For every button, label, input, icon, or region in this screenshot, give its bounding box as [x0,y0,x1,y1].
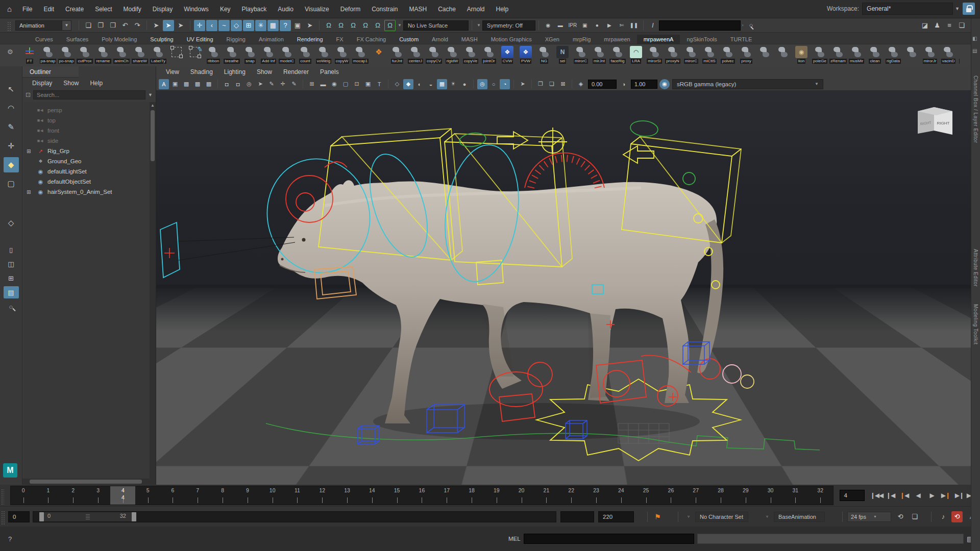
gate-icon[interactable]: ⊡ [352,79,362,89]
layout-button[interactable]: ▤ [4,286,19,298]
status-icon[interactable]: ❏ [83,20,94,31]
shelf-button[interactable] [755,44,774,66]
menu-item[interactable]: Edit [38,0,60,18]
shelf-button[interactable]: mirorC [572,44,590,66]
shelf-button[interactable]: Add Inf [259,44,278,66]
timeline-tick[interactable]: 12 [310,486,335,505]
shelf-button[interactable]: cutProx [76,44,94,66]
expand-icon[interactable] [27,138,32,144]
shelf-button[interactable]: rename [94,44,112,66]
gate-icon[interactable]: ▢ [340,79,351,89]
exposure-icon[interactable]: ◈ [576,79,586,89]
scroll-up-icon[interactable]: ▲ [151,103,155,108]
timeline-tick[interactable]: 30 [758,486,783,505]
viewport-icon[interactable]: ▩ [204,79,214,89]
menu-item[interactable]: Arnold [461,0,491,18]
chevron-right-icon[interactable]: › [742,23,744,28]
shelf-button[interactable]: mirJnt [590,44,608,66]
timeline-ruler[interactable]: 0 1 2 3 4 [10,486,833,505]
expand-icon[interactable] [27,159,32,164]
tool-button[interactable]: ✛ [4,138,19,154]
layout-button[interactable]: ▯ [4,243,19,256]
shelf-tab[interactable]: Animation [252,35,290,44]
search-input[interactable]: Search... [33,90,145,99]
playback-button[interactable]: ▶ [925,489,939,502]
sidebar-label[interactable]: Channel Box / Layer Editor [973,76,978,143]
timeline-tick[interactable]: 2 [61,486,86,505]
selection-mode-icon[interactable]: ➤ [163,20,174,31]
tool-button[interactable]: ✎ [4,119,19,135]
shelf-button[interactable]: po-snap [57,44,76,66]
render-icon[interactable]: ❚❚ [628,20,640,31]
quick-entry-field[interactable] [659,20,741,31]
playback-range[interactable]: 0 32 [39,512,136,521]
viewport-menu-item[interactable]: View [160,68,185,76]
status-icon[interactable]: ↷ [132,20,143,31]
camera-tool-icon[interactable]: ✛ [278,79,288,89]
timeline-tick[interactable]: 32 [808,486,833,505]
snap-icon[interactable]: ? [280,20,291,31]
timeline-tick[interactable]: 18 [459,486,484,505]
camera-tool-icon[interactable]: ➤ [255,79,265,89]
menu-item[interactable]: Cache [432,0,461,18]
snap-icon[interactable]: ✳ [255,20,266,31]
outliner-tab[interactable]: Outliner [22,66,79,78]
expand-icon[interactable] [27,108,32,113]
sidebar-toggle-icon[interactable]: ≡ [944,20,955,31]
shelf-button[interactable]: centerJ [406,44,425,66]
gamma-field[interactable]: 1.00 [631,80,657,89]
menu-item[interactable]: Audio [272,0,299,18]
expand-icon[interactable]: ⊞ [27,189,32,195]
filter-icon[interactable]: ⊡ [26,91,31,98]
shelf-button[interactable] [774,44,792,66]
gate-icon[interactable]: ▬ [318,79,328,89]
shelf-button[interactable]: mirorJr [921,44,939,66]
workspace-select[interactable]: General* [862,3,953,15]
snap-icon[interactable]: ‹ [206,20,217,31]
shelf-tab[interactable]: mrpaweenA [637,35,680,44]
shelf-button[interactable] [902,44,921,66]
range-end-handle[interactable] [132,512,136,521]
outliner-menu-item[interactable]: Show [59,80,83,87]
shelf-tab[interactable]: Motion Graphics [484,35,538,44]
shading-icon[interactable]: ● [459,79,470,89]
shelf-button[interactable]: faceRig [608,44,627,66]
layout-button[interactable]: ◫ [4,258,19,270]
timeline-tick[interactable]: 13 [335,486,360,505]
timeline-tick[interactable]: 19 [484,486,509,505]
expand-icon[interactable] [27,179,32,185]
shading-icon[interactable]: ◇ [392,79,402,89]
range-slider-track[interactable]: 0 32 [33,511,556,522]
scrollbar-thumb[interactable] [30,480,142,484]
shelf-tab[interactable]: Rendering [290,35,330,44]
command-input[interactable] [524,534,694,544]
chevron-down-icon[interactable]: ▼ [955,6,960,11]
shelf-button[interactable]: furJnt [388,44,406,66]
exposure-field[interactable]: 0.00 [588,80,617,89]
playback-end-field[interactable] [560,511,594,522]
last-tool-button[interactable]: ◇ [4,215,19,231]
menu-item[interactable]: Visualize [299,0,335,18]
chevron-down-icon[interactable]: ▼ [398,23,402,28]
camera-tool-icon[interactable]: ✎ [266,79,277,89]
shelf-button[interactable]: voWeig [314,44,333,66]
shelf-tab[interactable]: ngSkinTools [680,35,723,44]
anim-layer-field[interactable]: BaseAnimation [774,512,825,522]
sidebar-label[interactable]: Modeling Toolkit [973,304,978,345]
panel-icon[interactable]: ⊠ [558,79,568,89]
chevron-down-icon[interactable]: ▼ [148,92,153,97]
lock-selection-icon[interactable]: ▣ [292,20,303,31]
panel-icon[interactable]: ❐ [535,79,546,89]
magnet-icon[interactable]: Ω [348,20,359,31]
outliner-item[interactable]: ■◄ top [23,115,156,126]
channel-box-icon[interactable]: ◧ [972,36,977,41]
shelf-gear-icon[interactable]: ⚙ [7,48,13,56]
status-icon[interactable]: ❒ [107,20,118,31]
field-entry-icon[interactable]: I [647,20,658,31]
shelf-button[interactable]: animCh [112,44,131,66]
shelf-button[interactable]: mocap1 [351,44,370,66]
shelf-tab[interactable]: Curves [29,35,60,44]
render-icon[interactable]: ● [592,20,603,31]
view-cube[interactable]: RIGHT RIGHT [918,107,952,135]
menu-item[interactable]: Help [491,0,514,18]
